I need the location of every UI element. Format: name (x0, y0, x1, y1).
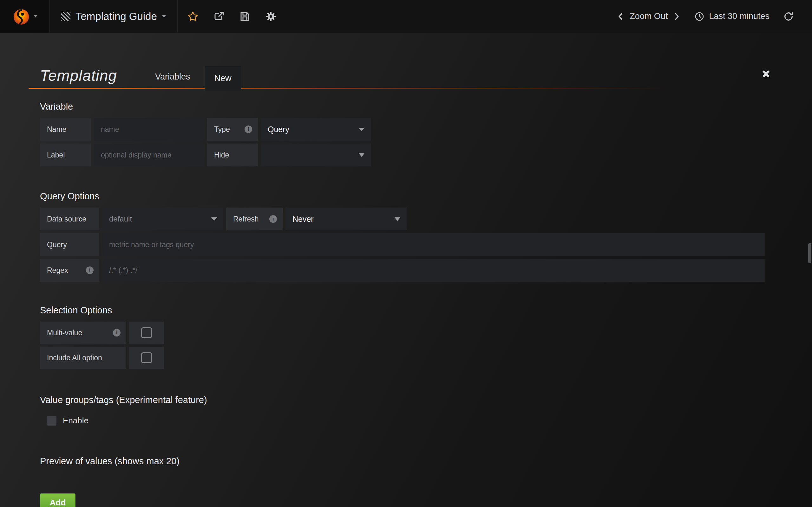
add-button[interactable]: Add (40, 493, 75, 507)
regex-label: Regex i (40, 259, 99, 282)
label-label: Label (40, 144, 91, 166)
refresh-icon[interactable] (783, 11, 794, 22)
datasource-label: Data source (40, 208, 99, 230)
variable-section-heading: Variable (40, 101, 765, 112)
name-input[interactable] (94, 118, 204, 141)
multi-value-checkbox[interactable] (141, 327, 152, 338)
page-title: Templating (40, 67, 117, 84)
tab-variables[interactable]: Variables (154, 72, 192, 89)
refresh-select-value: Never (293, 215, 314, 224)
multi-value-label: Multi-value i (40, 322, 126, 344)
refresh-label-text: Refresh (233, 215, 259, 223)
type-label-text: Type (214, 125, 230, 134)
include-all-label: Include All option (40, 347, 126, 369)
scrollbar-thumb[interactable] (808, 243, 811, 263)
hide-label: Hide (207, 144, 258, 166)
zoom-out-right-chevron-icon[interactable] (671, 11, 682, 22)
datasource-select-value: default (109, 215, 132, 223)
regex-label-text: Regex (47, 266, 68, 275)
type-info-icon[interactable]: i (245, 125, 252, 133)
multi-value-info-icon[interactable]: i (113, 329, 120, 337)
enable-row: Enable (47, 416, 765, 426)
type-select-caret-icon (359, 128, 364, 131)
share-icon[interactable] (213, 11, 224, 22)
include-all-row: Include All option (40, 347, 765, 369)
templating-settings-header: Templating Variables New (0, 33, 812, 89)
datasource-select-caret-icon (211, 217, 217, 221)
multi-value-checkbox-chip (129, 322, 164, 344)
value-groups-heading: Value groups/tags (Experimental feature) (40, 394, 765, 406)
variable-name-row: Name Type i Query (40, 118, 765, 141)
top-navbar: Templating Guide (0, 0, 812, 33)
name-label: Name (40, 118, 91, 141)
dashboard-picker[interactable]: Templating Guide (49, 0, 177, 33)
type-label: Type i (207, 118, 258, 141)
enable-label: Enable (63, 416, 89, 426)
grafana-logo-icon (12, 7, 31, 26)
logo-dropdown-caret-icon (34, 15, 38, 17)
multi-value-row: Multi-value i (40, 322, 765, 344)
refresh-label: Refresh i (226, 208, 283, 230)
zoom-out-left-chevron-icon[interactable] (615, 11, 626, 22)
hide-select-caret-icon (359, 153, 364, 157)
variable-label-row: Label Hide (40, 144, 765, 166)
dashboard-dropdown-caret-icon (162, 15, 166, 17)
type-select[interactable]: Query (261, 118, 371, 141)
refresh-info-icon[interactable]: i (269, 215, 277, 223)
regex-info-icon[interactable]: i (86, 267, 94, 274)
enable-checkbox[interactable] (47, 416, 56, 426)
include-all-checkbox[interactable] (141, 352, 152, 363)
label-input[interactable] (94, 144, 204, 166)
refresh-select[interactable]: Never (286, 208, 407, 230)
type-select-value: Query (268, 125, 289, 134)
close-icon[interactable] (761, 68, 771, 79)
datasource-row: Data source default Refresh i Never (40, 208, 765, 230)
query-input[interactable] (102, 233, 765, 256)
dashboard-actions (177, 0, 276, 33)
refresh-select-caret-icon (395, 217, 400, 221)
settings-gear-icon[interactable] (265, 11, 276, 22)
dashboard-title: Templating Guide (75, 10, 157, 22)
query-label: Query (40, 233, 99, 256)
tab-new[interactable]: New (205, 66, 241, 91)
time-range-picker[interactable]: Last 30 minutes (694, 11, 769, 22)
query-options-heading: Query Options (40, 190, 765, 202)
save-icon[interactable] (239, 11, 251, 22)
regex-input[interactable] (102, 259, 765, 282)
regex-row: Regex i (40, 259, 765, 282)
dashboard-grid-icon (61, 12, 70, 21)
preview-heading: Preview of values (shows max 20) (40, 455, 765, 467)
star-icon[interactable] (187, 11, 199, 22)
datasource-select[interactable]: default (102, 208, 223, 230)
multi-value-label-text: Multi-value (47, 329, 82, 337)
grafana-logo-button[interactable] (0, 0, 49, 33)
clock-icon (694, 11, 705, 22)
time-controls: Zoom Out Last 30 minutes (615, 0, 812, 33)
zoom-out-button[interactable]: Zoom Out (629, 11, 668, 21)
include-all-checkbox-chip (129, 347, 164, 369)
query-row: Query (40, 233, 765, 256)
hide-select[interactable] (261, 144, 371, 166)
time-range-label: Last 30 minutes (709, 11, 769, 21)
selection-options-heading: Selection Options (40, 304, 765, 316)
templating-editor: Variable Name Type i Query Label Hide Qu… (0, 101, 812, 507)
